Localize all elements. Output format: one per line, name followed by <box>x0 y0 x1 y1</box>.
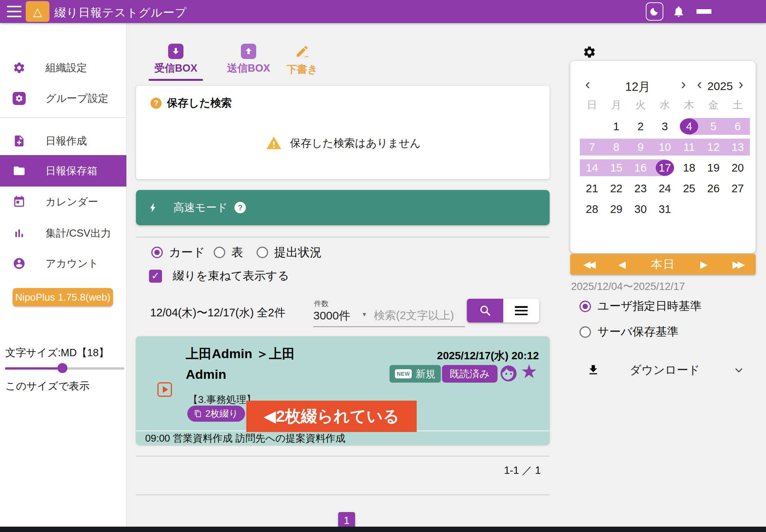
radio-icon[interactable] <box>579 326 591 338</box>
gear-icon <box>13 61 26 74</box>
calendar-day-2[interactable]: 2 <box>629 118 653 135</box>
count-select[interactable]: 3000件 <box>313 308 350 324</box>
sidebar-item-calendar[interactable]: カレンダー <box>0 190 126 214</box>
sidebar-item-org-settings[interactable]: 組織設定 <box>0 56 126 80</box>
calendar-day-1[interactable]: 1 <box>604 118 628 135</box>
today-button[interactable]: 本日 <box>651 257 675 272</box>
search-options-button[interactable] <box>503 299 539 322</box>
tab-inbox[interactable]: 受信BOX <box>147 38 205 81</box>
calendar-day-8[interactable]: 8 <box>604 139 628 156</box>
radio-icon[interactable] <box>257 247 268 258</box>
radio-user-datetime[interactable]: ユーザ指定日時基準 <box>579 298 701 314</box>
weekday-label: 日 <box>580 98 604 112</box>
download-control[interactable]: ダウンロード <box>587 362 745 378</box>
weekday-label: 水 <box>653 98 677 112</box>
tab-outbox[interactable]: 送信BOX <box>220 38 277 81</box>
sidebar-item-report-create[interactable]: 日報作成 <box>0 129 126 153</box>
calendar-day-7[interactable]: 7 <box>580 139 604 156</box>
calendar-grid: 1234567891011121314151617181920212223242… <box>580 118 750 221</box>
calendar-day-29[interactable]: 29 <box>604 201 628 218</box>
search-icon <box>479 304 492 317</box>
radio-icon[interactable] <box>214 247 225 258</box>
calendar-day-30[interactable]: 30 <box>629 201 653 218</box>
app-logo[interactable]: △ <box>26 1 49 22</box>
weekday-label: 土 <box>725 98 750 112</box>
jump-last-button[interactable]: ▶▶ <box>733 259 743 270</box>
calendar-week-row: 28293031 <box>580 201 750 218</box>
radio-view-status[interactable]: 提出状況 <box>257 244 322 260</box>
font-size-slider[interactable] <box>5 363 124 373</box>
calendar-day-10[interactable]: 10 <box>653 139 677 156</box>
calendar-day-3[interactable]: 3 <box>653 118 677 135</box>
report-card[interactable]: 上田Admin ＞上田Admin 【3.事務処理】 2枚綴り ◀2枚綴られている… <box>136 336 550 445</box>
month-prev-button[interactable]: ‹ <box>585 77 590 92</box>
calendar-day-26[interactable]: 26 <box>701 180 725 197</box>
calendar-day-4[interactable]: 4 <box>677 118 701 135</box>
bottom-bar <box>0 527 766 532</box>
radio-server-saved[interactable]: サーバ保存基準 <box>579 324 678 340</box>
face-icon[interactable] <box>499 364 518 383</box>
play-icon[interactable] <box>157 382 172 397</box>
calendar-day-21[interactable]: 21 <box>580 180 604 197</box>
calendar-day-6[interactable]: 6 <box>725 118 750 135</box>
calendar-day-25[interactable]: 25 <box>677 180 701 197</box>
calendar-day-28[interactable]: 28 <box>580 201 604 218</box>
jump-prev-button[interactable]: ◀ <box>619 259 626 270</box>
saved-search-header: ? 保存した検索 <box>151 96 232 110</box>
active-tab-underline <box>149 79 203 81</box>
calendar-settings-gear-icon[interactable] <box>583 45 596 59</box>
sidebar-item-report-box[interactable]: 日報保存箱 <box>0 155 126 187</box>
calendar-day-17[interactable]: 17 <box>653 159 677 176</box>
jump-first-button[interactable]: ◀◀ <box>583 259 593 270</box>
sidebar-item-group-settings[interactable]: グループ設定 <box>0 86 126 111</box>
calendar-day-16[interactable]: 16 <box>629 159 653 176</box>
calendar-day-13[interactable]: 13 <box>725 139 750 156</box>
month-next-button[interactable]: › <box>681 77 686 92</box>
year-prev-button[interactable]: ‹ <box>697 77 702 92</box>
radio-selected-icon[interactable] <box>151 247 163 258</box>
calendar-day-19[interactable]: 19 <box>701 159 725 176</box>
select-caret-icon[interactable]: ▼ <box>362 311 367 318</box>
bundle-display-checkbox[interactable]: ✓ 綴りを束ねて表示する <box>149 268 289 284</box>
calendar-day-18[interactable]: 18 <box>677 159 701 176</box>
help-icon[interactable]: ? <box>151 98 162 109</box>
calendar-day-12[interactable]: 12 <box>701 139 725 156</box>
calendar-day-23[interactable]: 23 <box>629 180 653 197</box>
slider-thumb[interactable] <box>57 363 67 373</box>
warning-icon <box>265 135 283 152</box>
search-input[interactable]: 検索(2文字以上) <box>374 308 462 323</box>
radio-label: カード <box>169 244 205 260</box>
calendar-day-15[interactable]: 15 <box>604 159 628 176</box>
calendar-day-22[interactable]: 22 <box>604 180 628 197</box>
sidebar-item-account[interactable]: アカウント <box>0 251 126 276</box>
calendar-day-14[interactable]: 14 <box>580 159 604 176</box>
checkbox-checked-icon[interactable]: ✓ <box>149 270 162 283</box>
dark-mode-button[interactable] <box>646 2 663 21</box>
tab-draft[interactable]: 下書き <box>273 38 331 81</box>
calendar-day-20[interactable]: 20 <box>725 159 750 176</box>
calendar-month: 12月 <box>617 79 659 95</box>
radio-selected-icon[interactable] <box>579 301 591 312</box>
radio-view-table[interactable]: 表 <box>214 244 243 260</box>
chevron-down-icon[interactable] <box>733 365 745 376</box>
notifications-button[interactable] <box>672 5 686 18</box>
calendar-day-27[interactable]: 27 <box>725 180 750 197</box>
nav-menu-icon[interactable] <box>7 6 21 17</box>
fast-mode-banner[interactable]: 高速モード ? <box>136 190 550 225</box>
star-icon[interactable]: ★ <box>520 360 538 383</box>
jump-next-button[interactable]: ▶ <box>700 259 707 270</box>
fast-mode-label: 高速モード <box>173 200 228 215</box>
tab-label: 受信BOX <box>147 61 205 75</box>
calendar-day-24[interactable]: 24 <box>653 180 677 197</box>
radio-view-card[interactable]: カード <box>151 244 205 260</box>
calendar-day-5[interactable]: 5 <box>701 118 725 135</box>
overflow-menu-button[interactable] <box>696 7 712 16</box>
calendar-day-31[interactable]: 31 <box>653 201 677 218</box>
year-next-button[interactable]: › <box>738 77 743 92</box>
version-button[interactable]: NipoPlus 1.75.8(web) <box>13 288 113 306</box>
calendar-day-9[interactable]: 9 <box>629 139 653 156</box>
calendar-day-11[interactable]: 11 <box>677 139 701 156</box>
fast-mode-help-icon[interactable]: ? <box>234 202 246 213</box>
search-button[interactable] <box>467 299 503 322</box>
sidebar-item-csv-export[interactable]: 集計/CSV出力 <box>0 221 126 246</box>
